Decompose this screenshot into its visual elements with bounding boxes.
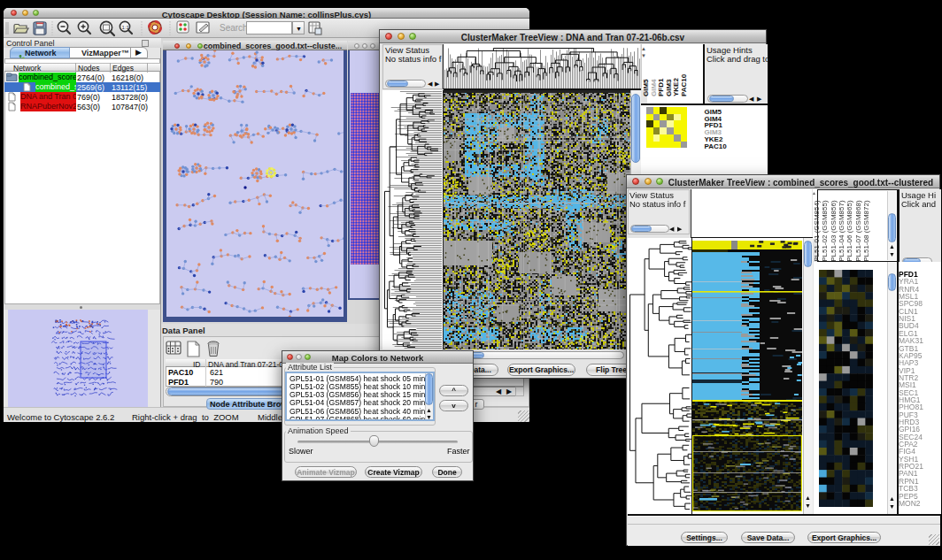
svg-text:1:1: 1:1 [122, 25, 130, 30]
